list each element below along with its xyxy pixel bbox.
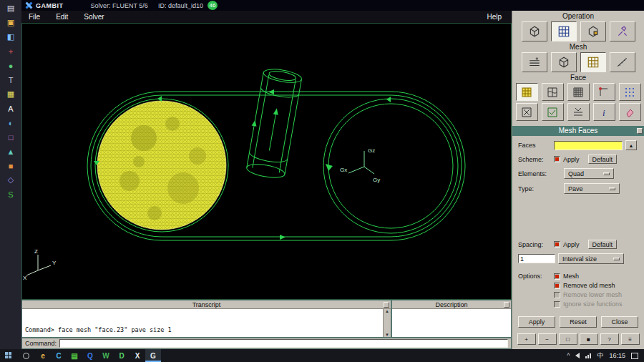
global-control-button-2[interactable]: − [538, 333, 557, 345]
transcript-header[interactable]: Transcript [22, 300, 391, 309]
scroll-up-icon[interactable]: ▲ [385, 309, 389, 313]
dock-icon-14[interactable]: S [4, 188, 18, 200]
tools-button[interactable] [610, 21, 635, 41]
geometry-button[interactable] [522, 21, 547, 41]
dock-icon-11[interactable]: ▲ [4, 145, 18, 157]
dock-icon-7[interactable]: ▦ [4, 88, 18, 100]
dock-icon-13[interactable]: ◇ [4, 174, 18, 186]
type-dropdown[interactable]: Pave [564, 183, 620, 194]
form-collapse-button[interactable] [637, 128, 643, 134]
start-button[interactable] [0, 349, 17, 362]
refine-face-mesh-button[interactable] [567, 83, 590, 101]
dock-icon-5[interactable]: ● [4, 59, 18, 72]
global-control-button-4[interactable]: ■ [580, 333, 598, 345]
transcript-line: Command> face mesh "face.23" pave size 1 [25, 326, 381, 334]
app-name: GAMBIT [36, 2, 64, 9]
mesh-checkbox[interactable] [554, 273, 560, 280]
scheme-default-button[interactable]: Default [588, 155, 618, 164]
dock-icon-6[interactable]: T [4, 74, 18, 86]
spacing-apply-checkbox[interactable] [554, 241, 560, 248]
delete-face-mesh-button[interactable] [619, 103, 641, 121]
mesh-faces-button[interactable] [516, 83, 538, 101]
volume-icon[interactable] [575, 353, 580, 358]
taskbar-app-gambit[interactable]: G [145, 349, 161, 362]
description-collapse-button[interactable] [504, 302, 509, 308]
dock-icon-2[interactable]: ▣ [4, 16, 18, 29]
dock-icon-8[interactable]: A [4, 102, 18, 114]
apply-button[interactable]: Apply [518, 316, 555, 328]
taskbar-app-wechat[interactable]: W [98, 349, 114, 362]
system-tray: ^ 中 16:15 [567, 351, 644, 361]
menu-edit[interactable]: Edit [56, 13, 68, 21]
interval-dropdown[interactable]: Interval size [558, 253, 624, 264]
boundary-layer-icon [528, 56, 541, 69]
faces-field-row: Faces ▲ [518, 140, 640, 150]
check-face-mesh-button[interactable] [542, 103, 564, 121]
transcript-scrollbar[interactable]: ▲ ▼ [383, 309, 391, 337]
tray-caret-icon[interactable]: ^ [567, 352, 570, 359]
dock-icon-1[interactable]: ▤ [4, 2, 18, 14]
boundary-layer-mesh-button[interactable] [522, 52, 547, 72]
face-mesh-button[interactable] [580, 52, 606, 72]
global-control-button-6[interactable]: ≡ [621, 333, 640, 345]
transcript-collapse-button[interactable] [384, 302, 389, 308]
remove-old-mesh-checkbox[interactable] [554, 283, 560, 289]
summarize-face-mesh-button[interactable]: i [593, 103, 615, 121]
modify-face-mesh-button[interactable] [567, 103, 590, 121]
dock-icon-9[interactable]: ◐ [4, 117, 18, 129]
faces-pick-button[interactable]: ▲ [625, 140, 637, 150]
network-icon[interactable] [585, 353, 591, 358]
tools-icon [616, 25, 629, 38]
scroll-down-icon[interactable]: ▼ [385, 333, 389, 337]
elements-dropdown[interactable]: Quad [564, 168, 614, 179]
dock-icon-3[interactable]: ◧ [4, 31, 18, 43]
taskbar-app-xshell[interactable]: X [130, 349, 145, 362]
reset-button[interactable]: Reset [560, 316, 597, 328]
taskbar-app-chrome[interactable]: C [51, 349, 67, 362]
scheme-apply-checkbox[interactable] [554, 156, 560, 162]
desktop: ▤ ▣ ◧ + ● T ▦ A ◐ □ ▲ ■ ◇ S GAMBIT Solve… [0, 0, 644, 362]
menu-help[interactable]: Help [487, 13, 502, 21]
description-header[interactable]: Description [392, 300, 511, 309]
scheme-apply-label: Apply [563, 156, 580, 163]
remove-old-mesh-label: Remove old mesh [563, 282, 615, 289]
edge-mesh-button[interactable] [610, 52, 635, 72]
operation-button-row [512, 21, 644, 41]
face-vertex-type-button[interactable] [593, 83, 615, 101]
window-titlebar[interactable]: GAMBIT Solver: FLUENT 5/6 ID: default_id… [21, 0, 644, 11]
taskbar-app-edge[interactable]: e [35, 349, 51, 362]
taskbar-app-explorer[interactable]: ▤ [67, 349, 82, 362]
faces-input[interactable] [554, 141, 623, 150]
mesh-button[interactable] [551, 21, 577, 41]
zones-button[interactable] [580, 21, 606, 41]
menu-solver[interactable]: Solver [84, 13, 104, 21]
option-remove-old-mesh[interactable]: Remove old mesh [554, 282, 623, 289]
global-control-button-3[interactable]: □ [559, 333, 577, 345]
menu-file[interactable]: File [29, 13, 40, 21]
option-mesh[interactable]: Mesh [554, 273, 623, 280]
unlink-face-mesh-button[interactable] [516, 103, 538, 121]
action-center-icon[interactable] [631, 353, 638, 359]
volume-mesh-button[interactable] [551, 52, 577, 72]
form-titlebar[interactable]: Mesh Faces [512, 126, 644, 136]
global-control-button-5[interactable]: ? [600, 333, 619, 345]
taskbar-app-qq[interactable]: Q [82, 349, 98, 362]
spacing-input[interactable] [518, 254, 555, 263]
close-button[interactable]: Close [601, 316, 638, 328]
global-control-toolbar: + − □ ■ ? ≡ [512, 333, 644, 345]
spacing-default-button[interactable]: Default [588, 240, 618, 249]
command-input[interactable] [59, 339, 508, 348]
clock[interactable]: 16:15 [609, 352, 625, 359]
link-face-mesh-button[interactable] [619, 83, 641, 101]
dock-icon-4[interactable]: + [4, 45, 18, 57]
dock-icon-12[interactable]: ■ [4, 160, 18, 172]
language-indicator[interactable]: 中 [597, 351, 603, 361]
search-icon[interactable] [23, 353, 29, 359]
graphics-canvas[interactable]: Gz Gx Gy Z X Y [21, 23, 512, 300]
global-control-button-1[interactable]: + [517, 333, 536, 345]
smooth-face-mesh-button[interactable] [542, 83, 564, 101]
dock-icon-10[interactable]: □ [4, 131, 18, 143]
reset-label: Reset [570, 318, 587, 326]
spacing-label: Spacing: [518, 241, 551, 248]
taskbar-app-dingtalk[interactable]: D [114, 349, 130, 362]
